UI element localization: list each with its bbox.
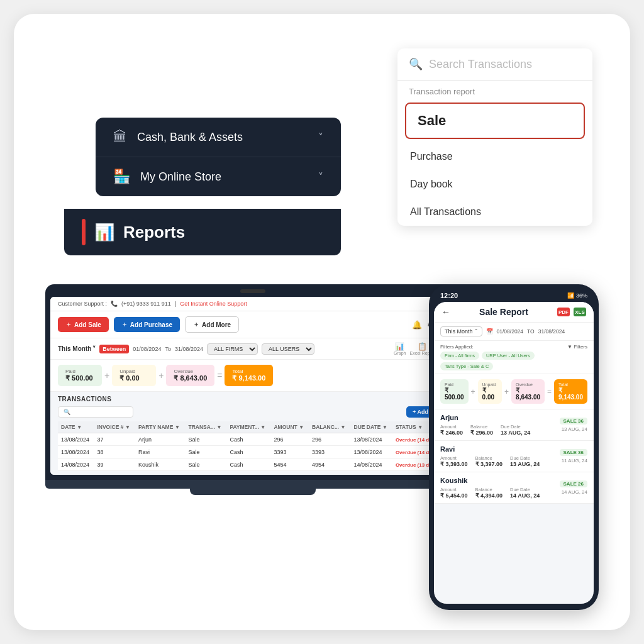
support-link[interactable]: Get Instant Online Support bbox=[180, 301, 247, 307]
phone-status: 📶 36% bbox=[567, 292, 587, 299]
pdf-export-icon[interactable]: PDF bbox=[557, 308, 570, 316]
transactions-search-input[interactable] bbox=[58, 406, 133, 418]
trans-search-add-row: + Add Sale bbox=[58, 406, 448, 418]
phone-filter-row: This Month ˅ 📅 01/08/2024 TO 31/08/2024 bbox=[434, 323, 594, 341]
transactions-header: TRANSACTIONS bbox=[58, 396, 448, 402]
search-icon: 🔍 bbox=[409, 57, 423, 71]
filter-to-label: To bbox=[165, 346, 171, 352]
filter-between-badge: Between bbox=[99, 345, 129, 353]
filter-tag-user: URP User - All Users bbox=[482, 352, 535, 360]
phone-customer-list: Arjun Amount₹ 246.00 Balance₹ 296.00 Due… bbox=[434, 409, 594, 504]
xls-export-icon[interactable]: XLS bbox=[574, 308, 586, 316]
plus-icon-sale: ＋ bbox=[65, 320, 72, 329]
ph-overdue-label: Overdue bbox=[516, 382, 540, 387]
reports-label: Reports bbox=[123, 223, 185, 242]
ph-plus-2: + bbox=[504, 387, 509, 396]
laptop-base bbox=[45, 480, 460, 489]
col-type: TRANSA... ▼ bbox=[185, 421, 226, 433]
dropdown-section-label: Transaction report bbox=[397, 80, 592, 99]
outer-card: 🏛 Cash, Bank & Assets ˅ 🏪 My Online Stor… bbox=[14, 14, 630, 630]
phone-page-title: Sale Report bbox=[479, 307, 528, 317]
laptop-mockup: Customer Support : 📞 (+91) 9333 911 911 … bbox=[45, 284, 460, 495]
table-row[interactable]: 13/08/2024 38 Ravi Sale Cash 3393 3393 1… bbox=[58, 446, 448, 458]
filters-applied-label: Filters Applied: bbox=[440, 344, 473, 350]
laptop-filter-row: This Month ˅ Between 01/08/2024 To 31/08… bbox=[50, 338, 455, 360]
search-input-row: 🔍 Search Transactions bbox=[397, 48, 592, 80]
support-phone: (+91) 9333 911 911 bbox=[121, 301, 171, 307]
col-due: DUE DATE ▼ bbox=[351, 421, 392, 433]
reports-bar: 📊 Reports bbox=[64, 209, 341, 255]
search-placeholder: Search Transactions bbox=[429, 58, 581, 71]
red-accent-bar bbox=[82, 219, 86, 245]
ph-total-label: Total bbox=[558, 382, 583, 387]
add-sale-button[interactable]: ＋ Add Sale bbox=[58, 317, 109, 332]
list-item[interactable]: Arjun Amount₹ 246.00 Balance₹ 296.00 Due… bbox=[434, 409, 594, 441]
ph-paid-label: Paid bbox=[445, 382, 464, 387]
laptop-inner: Customer Support : 📞 (+91) 9333 911 911 … bbox=[50, 297, 455, 475]
phone-date-to: 31/08/2024 bbox=[538, 328, 565, 335]
table-row[interactable]: 14/08/2024 39 Koushik Sale Cash 5454 495… bbox=[58, 458, 448, 471]
action-buttons-row: ＋ Add Sale ＋ Add Purchase ＋ Add More 🔔 ⚙ bbox=[50, 311, 455, 338]
add-more-button[interactable]: ＋ Add More bbox=[185, 316, 239, 333]
ph-overdue-card: Overdue ₹ 8,643.00 bbox=[511, 379, 545, 404]
dropdown-daybook[interactable]: Day book bbox=[397, 170, 592, 198]
dropdown-all-transactions[interactable]: All Transactions bbox=[397, 198, 592, 226]
notification-icon[interactable]: 🔔 bbox=[412, 320, 422, 330]
phone-back-button[interactable]: ← bbox=[441, 307, 450, 317]
sidebar-label-online-store: My Online Store bbox=[140, 170, 221, 184]
phone-header: ← Sale Report PDF XLS bbox=[434, 302, 594, 323]
phone-applied-filters: Filters Applied: ▼ Filters Firm - All fi… bbox=[434, 341, 594, 374]
list-item[interactable]: Ravi Amount₹ 3,393.00 Balance₹ 3,397.00 … bbox=[434, 441, 594, 472]
add-purchase-button[interactable]: ＋ Add Purchase bbox=[114, 317, 180, 332]
phone-filter-icon: ▼ Filters bbox=[567, 344, 587, 350]
firm-select[interactable]: ALL FIRMS bbox=[207, 343, 258, 355]
sidebar-item-cash-bank[interactable]: 🏛 Cash, Bank & Assets ˅ bbox=[96, 118, 341, 157]
ph-unpaid-card: Unpaid ₹ 0.00 bbox=[478, 379, 502, 404]
table-row[interactable]: 13/08/2024 37 Arjun Sale Cash 296 296 13… bbox=[58, 433, 448, 446]
col-balance: BALANC... ▼ bbox=[309, 421, 351, 433]
filter-tag-type: Tans Type - Sale & C bbox=[440, 362, 493, 370]
list-item[interactable]: Koushik Amount₹ 5,454.00 Balance₹ 4,394.… bbox=[434, 472, 594, 504]
total-label: Total bbox=[232, 369, 265, 374]
transactions-table: DATE ▼ INVOICE # ▼ PARTY NAME ▼ TRANSA..… bbox=[58, 421, 448, 471]
phone-summary-row: Paid ₹ 500.00 + Unpaid ₹ 0.00 + Overdue … bbox=[434, 374, 594, 409]
ph-unpaid-value: ₹ 0.00 bbox=[482, 387, 497, 401]
plus-sign-1: + bbox=[102, 370, 112, 380]
laptop-topbar: Customer Support : 📞 (+91) 9333 911 911 … bbox=[50, 297, 455, 311]
laptop-screen: Customer Support : 📞 (+91) 9333 911 911 … bbox=[45, 284, 460, 480]
phone-to-label: TO bbox=[527, 328, 535, 335]
dropdown-sale-selected[interactable]: Sale bbox=[405, 103, 585, 139]
paid-label: Paid bbox=[65, 369, 94, 374]
col-party: PARTY NAME ▼ bbox=[135, 421, 185, 433]
unpaid-value: ₹ 0.00 bbox=[119, 374, 148, 382]
filter-date-to: 31/08/2024 bbox=[175, 346, 203, 352]
chevron-icon-store: ˅ bbox=[318, 171, 323, 183]
sidebar-menu: 🏛 Cash, Bank & Assets ˅ 🏪 My Online Stor… bbox=[96, 118, 341, 196]
plus-icon-more: ＋ bbox=[193, 320, 199, 329]
ph-overdue-value: ₹ 8,643.00 bbox=[516, 387, 540, 401]
sidebar-item-online-store[interactable]: 🏪 My Online Store ˅ bbox=[96, 157, 341, 196]
phone-month-filter[interactable]: This Month ˅ bbox=[440, 326, 482, 336]
ph-plus-1: + bbox=[471, 387, 475, 396]
overdue-label: Overdue bbox=[174, 369, 207, 374]
laptop-summary-row: Paid ₹ 500.00 + Unpaid ₹ 0.00 + Overdue … bbox=[50, 360, 455, 392]
col-date: DATE ▼ bbox=[58, 421, 94, 433]
graph-view-icon[interactable]: 📊Graph bbox=[394, 342, 406, 355]
equals-sign: = bbox=[214, 370, 225, 380]
phone-chevron: ˅ bbox=[475, 328, 478, 335]
col-invoice: INVOICE # ▼ bbox=[94, 421, 135, 433]
dropdown-purchase[interactable]: Purchase bbox=[397, 143, 592, 170]
reports-chart-icon: 📊 bbox=[94, 223, 114, 242]
summary-total: Total ₹ 9,143.00 bbox=[225, 365, 273, 386]
filter-month[interactable]: This Month ˅ bbox=[58, 345, 96, 352]
laptop-stand bbox=[190, 489, 316, 495]
support-text: Customer Support : bbox=[58, 301, 107, 307]
filter-date-from: 01/08/2024 bbox=[133, 346, 161, 352]
filter-tag-firm: Firm - All firms bbox=[440, 352, 479, 360]
phone-shell: 12:20 📶 36% ← Sale Report PDF XLS This M… bbox=[429, 284, 599, 610]
plus-icon-purchase: ＋ bbox=[121, 320, 128, 329]
unpaid-label: Unpaid bbox=[119, 369, 148, 374]
transactions-section: TRANSACTIONS + Add Sale DATE ▼ INVOICE #… bbox=[50, 392, 455, 475]
user-select[interactable]: ALL USERS bbox=[262, 343, 314, 355]
paid-value: ₹ 500.00 bbox=[65, 374, 94, 382]
